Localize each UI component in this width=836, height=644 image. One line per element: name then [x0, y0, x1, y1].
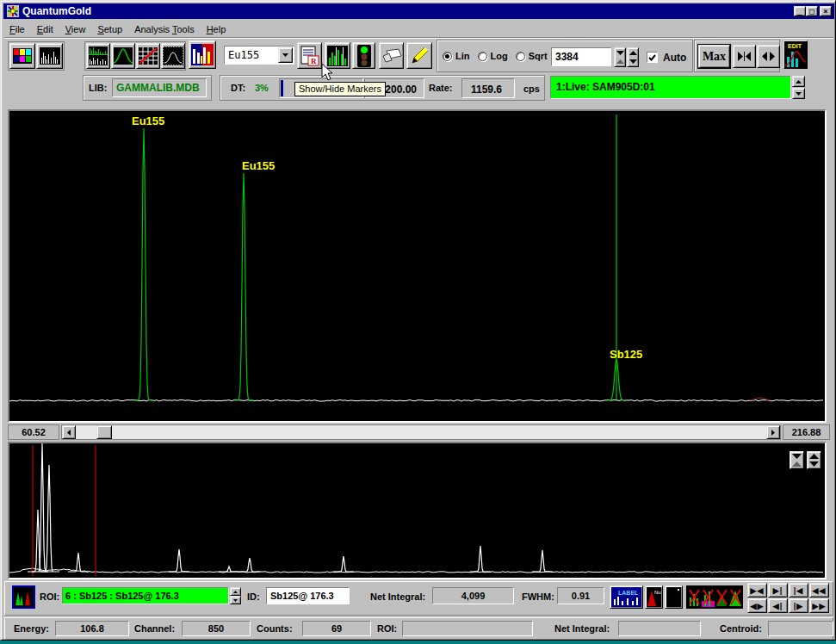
svg-text:Eu155: Eu155 [132, 115, 164, 127]
range-left-box: 60.52 [8, 424, 59, 440]
nav-button-4[interactable]: ◀▶ [747, 598, 767, 613]
net-integral-field: 4,099 [432, 587, 514, 604]
fwhm-field: 0.91 [557, 587, 604, 604]
pencil-icon [409, 46, 430, 66]
edit-pencil-button[interactable] [406, 42, 432, 69]
minimize-button[interactable]: _ [794, 6, 806, 16]
preset-value: 200.00 [385, 84, 417, 96]
compress-icon [792, 454, 802, 467]
lib-label: LIB: [89, 83, 107, 93]
overview-spectrum-plot[interactable] [8, 442, 827, 579]
id-field-value: Sb125@ 176.3 [270, 591, 334, 601]
dt-label: DT: [231, 83, 245, 93]
channels-input[interactable]: 3384 [551, 47, 611, 66]
arrows-in-icon [738, 52, 751, 61]
roi-peaks-button[interactable] [12, 585, 35, 609]
max-button[interactable]: Max [698, 45, 730, 68]
id-field[interactable]: Sb125@ 176.3 [266, 587, 350, 604]
roi-nav-grid: ▶◀ ▶| |◀ ◀◀ ◀▶ ◀| |▶ ▶▶ [747, 583, 831, 615]
label-peaks-text: LABEL [618, 590, 639, 596]
nav-button-2[interactable]: |◀ [789, 583, 808, 598]
menu-edit[interactable]: Edit [32, 22, 60, 36]
buffer-down-button[interactable] [792, 88, 805, 99]
mcb-button[interactable] [189, 40, 216, 69]
title-bar: QuantumGold _ □ × [3, 3, 834, 19]
compress-scale-button[interactable] [614, 47, 626, 67]
vscale-compress-button[interactable] [790, 451, 804, 469]
nav-button-3[interactable]: ◀◀ [809, 583, 829, 598]
check-icon [648, 54, 656, 61]
dual-spectrum-button[interactable] [86, 43, 110, 69]
vscale-expand-button[interactable] [807, 451, 821, 469]
palette-button[interactable] [9, 43, 35, 69]
edit-spectrum-button[interactable]: EDIT [783, 40, 808, 69]
menu-view[interactable]: View [60, 22, 93, 36]
spectrum-display-button[interactable] [36, 43, 63, 69]
hide-fill-button[interactable]: Nu [645, 585, 663, 609]
nav-button-7[interactable]: ▶▶ [809, 598, 829, 613]
scale-lin-radio[interactable] [443, 52, 452, 61]
roi-down-button[interactable] [230, 596, 241, 604]
scroll-thumb[interactable] [96, 425, 112, 439]
gaussian-icon [114, 47, 133, 65]
scale-log-radio[interactable] [478, 52, 487, 61]
nuclide-combo-dropdown-button[interactable] [278, 47, 293, 63]
menu-file[interactable]: File [4, 22, 32, 36]
lib-group: LIB: GAMMALIB.MDB [83, 75, 212, 101]
menu-setup[interactable]: Setup [92, 22, 129, 36]
delete-roi-button-4[interactable] [728, 586, 742, 608]
close-button[interactable]: × [820, 6, 832, 16]
delete-roi-button-2[interactable] [701, 586, 715, 608]
status-bar: Energy: 106.8 Channel: 850 Counts: 69 RO… [4, 617, 833, 640]
palette-icon [13, 48, 32, 64]
acquire-button[interactable] [352, 42, 375, 69]
buffer-up-button[interactable] [792, 76, 805, 87]
rate-unit: cps [523, 84, 540, 94]
roi-bar: ROI: 6 : Sb125 : Sb125@ 176.3 ID: Sb125@… [4, 581, 833, 616]
fwhm-value: 0.91 [558, 591, 604, 601]
arrow-down-icon [233, 599, 238, 602]
nav-button-6[interactable]: |▶ [789, 598, 808, 613]
label-peaks-button[interactable]: LABEL [610, 585, 643, 609]
traffic-light-icon [357, 45, 371, 67]
maximize-button[interactable]: □ [806, 6, 818, 16]
roi-combo[interactable]: 6 : Sb125 : Sb125@ 176.3 [62, 587, 229, 604]
channel-value: 850 [183, 623, 250, 634]
edit-icon: EDIT [784, 41, 807, 68]
nav-button-0[interactable]: ▶◀ [747, 583, 767, 598]
nav-button-5[interactable]: ◀| [768, 598, 788, 613]
menu-help[interactable]: Help [201, 22, 233, 36]
peak-jump-out-button[interactable] [757, 45, 780, 68]
smooth-peak-button[interactable] [161, 43, 185, 69]
scale-sqrt-label: Sqrt [529, 51, 548, 61]
delete-roi-button-3[interactable] [715, 586, 728, 608]
scroll-left-button[interactable] [62, 425, 76, 439]
centroid-field [768, 621, 833, 636]
gaussian-fit-button[interactable] [111, 43, 135, 69]
menu-analysis-tools[interactable]: Analysis Tools [129, 22, 201, 36]
expand-scale-button[interactable] [627, 47, 639, 67]
scale-sqrt-radio[interactable] [516, 52, 525, 61]
status-roi-label: ROI: [377, 623, 397, 634]
report-button[interactable]: R [297, 42, 322, 69]
h-scrollbar[interactable] [61, 424, 781, 440]
nav-button-1[interactable]: ▶| [768, 583, 788, 598]
roi-label: ROI: [40, 591, 59, 602]
blank-display-button[interactable] [665, 585, 683, 609]
app-window: QuantumGold _ □ × FileEditViewSetupAnaly… [0, 0, 836, 641]
blank-icon [666, 587, 681, 607]
auto-checkbox[interactable] [647, 52, 658, 63]
rate-label: Rate: [429, 83, 453, 93]
peak-jump-in-button[interactable] [733, 45, 756, 68]
scroll-right-button[interactable] [766, 425, 780, 439]
delete-roi-button-1[interactable] [687, 586, 701, 608]
net-integral-value: 4,099 [433, 591, 513, 601]
calibration-button[interactable] [136, 43, 160, 69]
main-spectrum-plot[interactable]: Eu155Eu155Sb125 [8, 109, 827, 423]
erase-button[interactable] [379, 42, 404, 69]
scale-group: Lin Log Sqrt 3384 Auto [437, 40, 693, 72]
roi-up-button[interactable] [230, 587, 241, 596]
svg-text:Eu155: Eu155 [242, 159, 275, 172]
energy-value: 106.8 [56, 623, 128, 634]
nuclide-combo[interactable]: Eu155 [224, 46, 294, 65]
